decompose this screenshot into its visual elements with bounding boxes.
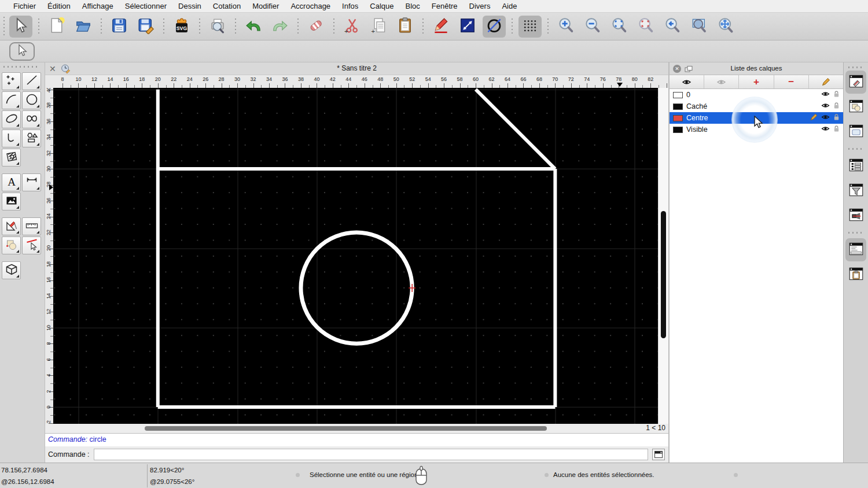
modify-tool-button[interactable] [2, 217, 21, 235]
new-document-button[interactable] [45, 16, 68, 38]
line-tool-button[interactable] [22, 72, 41, 90]
menu-item[interactable]: Fenêtre [426, 2, 464, 10]
entity-filter-widget-button[interactable] [845, 179, 866, 202]
undo-icon [245, 17, 262, 36]
menu-item[interactable]: Aide [496, 2, 523, 10]
zoom-previous-button[interactable] [634, 16, 657, 38]
palette-drag-handle[interactable] [3, 66, 39, 68]
points-tool-button[interactable] [2, 72, 21, 90]
zoom-window-button[interactable] [687, 16, 711, 38]
blocks-tool-button[interactable] [2, 236, 21, 254]
zoom-back-button[interactable] [661, 16, 684, 38]
ellipse-tool-button[interactable] [2, 110, 21, 128]
zoom-out-button[interactable] [581, 16, 604, 38]
entity-list-widget-button[interactable] [845, 154, 866, 178]
zoom-in-button[interactable] [554, 16, 578, 38]
svg-export-button[interactable]: SVG [170, 16, 193, 38]
layer-visibility-eye-icon[interactable] [821, 125, 830, 134]
open-document-button[interactable] [72, 16, 95, 38]
layer-lock-icon[interactable] [833, 125, 840, 134]
text-tool-button[interactable]: A [2, 173, 21, 191]
menu-item[interactable]: Bloc [399, 2, 425, 10]
polygon-tool-button[interactable] [22, 130, 41, 147]
hide-all-layers-button[interactable] [704, 75, 739, 88]
zoom-auto-button[interactable] [608, 16, 631, 38]
paste-icon [396, 17, 414, 36]
library-browser-icon [848, 124, 864, 141]
edit-layer-icon[interactable] [810, 113, 818, 123]
layer-lock-icon[interactable] [833, 90, 840, 99]
menu-item[interactable]: Édition [42, 2, 76, 10]
3d-box-tool-button[interactable] [2, 261, 21, 279]
dimension-tool-button[interactable] [22, 173, 41, 191]
vertical-scrollbar-thumb[interactable] [661, 211, 666, 338]
undo-button[interactable] [242, 16, 265, 38]
print-scale-button[interactable] [456, 16, 479, 38]
ruler-label: 48 [374, 76, 386, 82]
image-tool-button[interactable] [2, 193, 21, 210]
menu-item[interactable]: Infos [336, 2, 364, 10]
save-button[interactable] [108, 16, 131, 38]
save-as-icon [137, 17, 155, 36]
status-bullet [296, 473, 300, 477]
paste-button[interactable] [393, 16, 417, 38]
modify-icon [5, 219, 19, 235]
spline-tool-button[interactable] [22, 110, 41, 128]
layer-list-widget-button[interactable] [845, 71, 866, 94]
show-all-layers-button[interactable] [670, 75, 704, 88]
menu-item[interactable]: Modifier [247, 2, 285, 10]
absolute-polar-coordinates: 82.919<20° [150, 467, 184, 474]
menu-item[interactable]: Sélectionner [119, 2, 172, 10]
drawing-canvas[interactable] [53, 88, 658, 424]
statusbar-divider [147, 464, 148, 487]
circle-tool-button[interactable] [22, 91, 41, 109]
menu-item[interactable]: Fichier [8, 2, 42, 10]
hatch-tool-button[interactable] [2, 149, 21, 167]
command-input[interactable] [94, 449, 648, 460]
dock-drag-handle[interactable] [848, 66, 863, 68]
print-preview-button[interactable] [206, 16, 229, 38]
menu-item[interactable]: Affichage [76, 2, 119, 10]
explode-tool-button[interactable] [22, 236, 41, 254]
vertical-scrollbar[interactable] [658, 88, 668, 424]
block-list-widget-button[interactable] [845, 95, 866, 119]
selection-option-button[interactable] [9, 42, 35, 61]
menu-item[interactable]: Divers [464, 2, 496, 10]
draw-pencil-button[interactable] [429, 16, 453, 38]
library-browser-widget-button[interactable] [845, 120, 866, 143]
layer-visibility-eye-icon[interactable] [821, 91, 830, 99]
edit-layer-button[interactable] [809, 75, 843, 88]
menu-item[interactable]: Dessin [172, 2, 207, 10]
redo-button[interactable] [269, 16, 292, 38]
add-layer-button[interactable]: + [739, 75, 774, 88]
layer-lock-icon[interactable] [833, 102, 840, 111]
plugin-widget-button[interactable] [845, 204, 866, 227]
layer-lock-icon[interactable] [833, 113, 840, 123]
command-widget-button[interactable] [652, 449, 665, 460]
remove-layer-button[interactable]: − [774, 75, 809, 88]
toolbar-separator [101, 19, 102, 35]
ruler-label: 62 [486, 76, 498, 82]
horizontal-scrollbar-thumb[interactable] [145, 426, 547, 431]
copy-button[interactable]: + [367, 16, 390, 38]
menu-item[interactable]: Cotation [207, 2, 247, 10]
clipboard-widget-button[interactable] [845, 263, 866, 286]
selection-tool-button[interactable] [9, 16, 32, 38]
menu-item[interactable]: Calque [364, 2, 399, 10]
zoom-pan-button[interactable] [714, 16, 737, 38]
arc-tool-button[interactable] [2, 91, 21, 109]
polyline-tool-button[interactable] [2, 130, 21, 147]
measure-tool-button[interactable] [22, 217, 41, 235]
menu-item[interactable]: Accrochage [285, 2, 336, 10]
layer-visibility-eye-icon[interactable] [821, 102, 830, 110]
grid-toggle-button[interactable] [518, 16, 542, 38]
layer-visibility-eye-icon[interactable] [821, 114, 830, 122]
eraser-button[interactable] [304, 16, 328, 38]
cut-button[interactable]: + [340, 16, 363, 38]
toolbar-drag-handle[interactable] [3, 17, 5, 36]
command-widget-button[interactable] [845, 238, 866, 261]
zoom-auto-icon [610, 17, 628, 36]
circle-tool-button[interactable] [483, 16, 506, 38]
horizontal-scrollbar[interactable]: 1 < 10 [45, 424, 668, 433]
save-as-button[interactable] [134, 16, 157, 38]
